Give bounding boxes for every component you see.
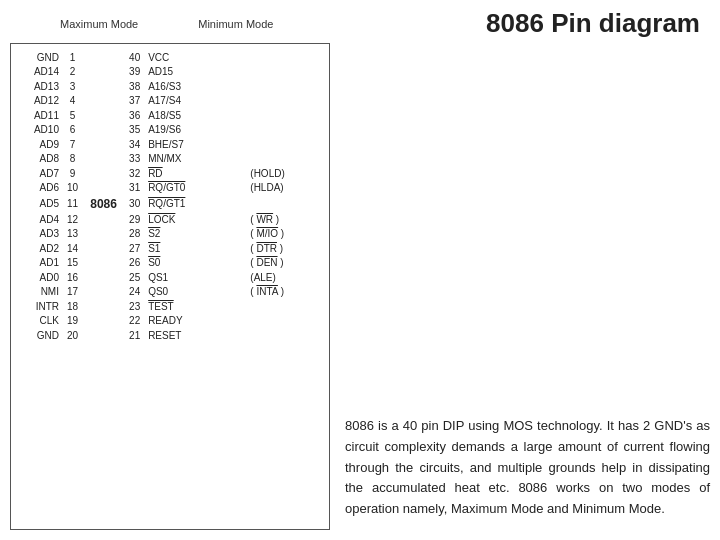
chip-label-cell (84, 94, 123, 109)
pin-right-num: 33 (123, 152, 146, 167)
pin-extra-label (248, 328, 325, 343)
table-row: AD9734BHE/S7 (15, 137, 325, 152)
table-row: AD21427S1( DTR ) (15, 241, 325, 256)
pin-left-num: 20 (61, 328, 84, 343)
pin-right-name: AD15 (146, 65, 248, 80)
pin-extra-label (248, 299, 325, 314)
pin-right-num: 25 (123, 270, 146, 285)
table-row: AD61031RQ/GT0(HLDA) (15, 181, 325, 196)
pin-left-name: AD1 (15, 256, 61, 271)
pin-right-name: RQ/GT0 (146, 181, 248, 196)
pin-right-name: QS0 (146, 285, 248, 300)
pin-left-num: 16 (61, 270, 84, 285)
pin-left-name: AD11 (15, 108, 61, 123)
pin-left-name: AD8 (15, 152, 61, 167)
pin-extra-label: (ALE) (248, 270, 325, 285)
pin-left-name: AD5 (15, 195, 61, 212)
pin-left-name: AD3 (15, 227, 61, 242)
chip-label-cell (84, 50, 123, 65)
pin-right-name: READY (146, 314, 248, 329)
pin-left-name: AD9 (15, 137, 61, 152)
pin-right-num: 30 (123, 195, 146, 212)
pin-right-num: 28 (123, 227, 146, 242)
pin-right-num: 21 (123, 328, 146, 343)
chip-label-cell (84, 166, 123, 181)
mode-labels: Maximum Mode Minimum Mode (60, 18, 273, 30)
pin-left-num: 14 (61, 241, 84, 256)
pin-left-num: 15 (61, 256, 84, 271)
chip-label-cell (84, 152, 123, 167)
pin-right-num: 40 (123, 50, 146, 65)
pin-right-num: 37 (123, 94, 146, 109)
pin-right-num: 26 (123, 256, 146, 271)
chip-label-cell (84, 314, 123, 329)
pin-right-num: 35 (123, 123, 146, 138)
pin-extra-label (248, 65, 325, 80)
pin-left-num: 3 (61, 79, 84, 94)
pin-right-name: A18/S5 (146, 108, 248, 123)
table-row: GND140VCC (15, 50, 325, 65)
pin-extra-label (248, 195, 325, 212)
chip-label-cell (84, 270, 123, 285)
pin-left-name: GND (15, 328, 61, 343)
pin-right-name: A19/S6 (146, 123, 248, 138)
pin-left-num: 4 (61, 94, 84, 109)
pin-left-num: 5 (61, 108, 84, 123)
table-row: AD01625QS1(ALE) (15, 270, 325, 285)
pin-right-name: RQ/GT1 (146, 195, 248, 212)
pin-left-num: 10 (61, 181, 84, 196)
table-row: GND2021RESET (15, 328, 325, 343)
pin-left-name: AD4 (15, 212, 61, 227)
description-text: 8086 is a 40 pin DIP using MOS technolog… (345, 416, 710, 520)
pin-extra-label (248, 152, 325, 167)
pin-left-num: 1 (61, 50, 84, 65)
pin-extra-label (248, 94, 325, 109)
pin-right-num: 27 (123, 241, 146, 256)
pin-extra-label: (HOLD) (248, 166, 325, 181)
table-row: AD7932RD(HOLD) (15, 166, 325, 181)
pin-extra-label: (HLDA) (248, 181, 325, 196)
pin-left-num: 9 (61, 166, 84, 181)
description-panel: 8086 is a 40 pin DIP using MOS technolog… (340, 43, 710, 530)
pin-right-name: A17/S4 (146, 94, 248, 109)
chip-label-cell (84, 256, 123, 271)
pin-extra-label: ( DTR ) (248, 241, 325, 256)
chip-label-cell (84, 65, 123, 80)
chip-label-cell: 8086 (84, 195, 123, 212)
pin-extra-label (248, 50, 325, 65)
pin-right-name: RESET (146, 328, 248, 343)
max-mode-label: Maximum Mode (60, 18, 138, 30)
pin-left-name: AD12 (15, 94, 61, 109)
pin-right-num: 34 (123, 137, 146, 152)
chip-label-cell (84, 79, 123, 94)
main-content: GND140VCCAD14239AD15AD13338A16/S3AD12437… (0, 43, 720, 540)
pin-right-name: QS1 (146, 270, 248, 285)
pin-extra-label: ( INTA ) (248, 285, 325, 300)
pin-extra-label: ( WR ) (248, 212, 325, 227)
table-row: AD511808630RQ/GT1 (15, 195, 325, 212)
pin-right-name: S2 (146, 227, 248, 242)
min-mode-label: Minimum Mode (198, 18, 273, 30)
pin-right-num: 31 (123, 181, 146, 196)
table-row: AD10635A19/S6 (15, 123, 325, 138)
chip-label-cell (84, 299, 123, 314)
chip-label-cell (84, 137, 123, 152)
pin-right-name: TEST (146, 299, 248, 314)
pin-right-num: 23 (123, 299, 146, 314)
pin-right-name: BHE/S7 (146, 137, 248, 152)
pin-right-num: 39 (123, 65, 146, 80)
table-row: AD41229LOCK( WR ) (15, 212, 325, 227)
table-row: AD31328S2( M/IO ) (15, 227, 325, 242)
pin-right-name: S1 (146, 241, 248, 256)
table-row: AD14239AD15 (15, 65, 325, 80)
pin-right-name: A16/S3 (146, 79, 248, 94)
chip-label-cell (84, 212, 123, 227)
pin-left-name: INTR (15, 299, 61, 314)
pin-left-name: AD2 (15, 241, 61, 256)
table-row: CLK1922READY (15, 314, 325, 329)
chip-label-cell (84, 241, 123, 256)
pin-left-name: GND (15, 50, 61, 65)
pin-right-num: 38 (123, 79, 146, 94)
table-row: AD12437A17/S4 (15, 94, 325, 109)
pin-left-name: AD7 (15, 166, 61, 181)
